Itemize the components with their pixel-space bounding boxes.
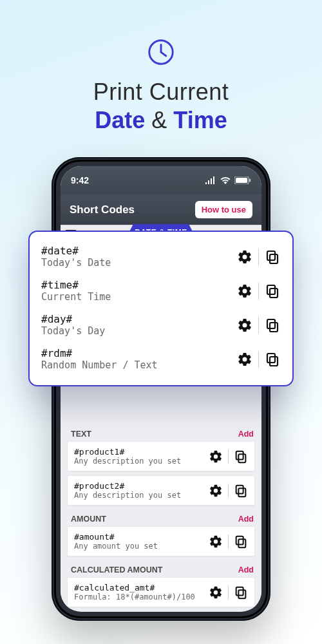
divider	[258, 283, 259, 299]
svg-rect-7	[249, 179, 251, 182]
section-title: TEXT	[71, 430, 91, 439]
section-title: AMOUNT	[71, 515, 106, 524]
list-item[interactable]: #amount# Any amount you set	[67, 526, 255, 556]
copy-icon[interactable]	[234, 585, 248, 600]
shortcode: #date#	[41, 245, 230, 257]
section-title: CALCULATED AMOUNT	[71, 565, 162, 574]
list-item[interactable]: #calculated_amt# Formula: 18*(#amount#)/…	[67, 577, 255, 607]
hero-ampersand: &	[151, 107, 167, 133]
divider	[258, 351, 259, 368]
list-item[interactable]: #product2# Any description you set	[67, 475, 255, 506]
cellular-icon	[205, 176, 216, 184]
shortcode-desc: Any amount you set	[74, 542, 202, 551]
list-item[interactable]: #product1# Any description you set	[67, 441, 255, 471]
svg-rect-6	[236, 178, 247, 183]
gear-icon[interactable]	[236, 351, 253, 368]
shortcode-desc: Any description you set	[74, 457, 202, 466]
hero-line1: Print Current	[0, 79, 322, 106]
status-bar: 9:42	[61, 166, 261, 194]
gear-icon[interactable]	[209, 450, 223, 464]
hero-word-date: Date	[95, 107, 145, 133]
shortcode: #amount#	[74, 532, 202, 542]
gear-icon[interactable]	[209, 535, 223, 549]
shortcode-desc: Random Number / Text	[41, 359, 230, 371]
wifi-icon	[220, 176, 231, 184]
shortcode: #time#	[41, 279, 230, 291]
list-item[interactable]: #date# Today's Date	[31, 240, 291, 274]
shortcode: #product1#	[74, 447, 202, 457]
copy-icon[interactable]	[234, 484, 248, 498]
copy-icon[interactable]	[234, 450, 248, 464]
divider	[258, 249, 259, 265]
gear-icon[interactable]	[209, 484, 223, 498]
how-to-use-button[interactable]: How to use	[195, 201, 252, 218]
divider	[228, 535, 229, 549]
add-text-button[interactable]: Add	[238, 430, 254, 439]
gear-icon[interactable]	[236, 317, 253, 334]
divider	[258, 317, 259, 334]
shortcode-desc: Formula: 18*(#amount#)/100	[74, 592, 202, 601]
copy-icon[interactable]	[264, 249, 281, 265]
section-header-calc: CALCULATED AMOUNT Add	[64, 560, 258, 577]
section-header-amount: AMOUNT Add	[64, 509, 258, 526]
add-calc-button[interactable]: Add	[238, 565, 254, 574]
shortcode-desc: Current Time	[41, 291, 230, 303]
divider	[228, 484, 229, 498]
copy-icon[interactable]	[264, 317, 281, 334]
gear-icon[interactable]	[236, 249, 253, 265]
shortcode: #rdm#	[41, 347, 230, 359]
shortcode: #day#	[41, 313, 230, 325]
divider	[228, 450, 229, 464]
copy-icon[interactable]	[234, 535, 248, 549]
divider	[228, 585, 229, 600]
status-time: 9:42	[71, 175, 89, 185]
hero: Print Current Date & Time	[0, 0, 322, 134]
hero-word-time: Time	[173, 107, 227, 133]
svg-line-4	[161, 52, 166, 56]
shortcode-desc: Any description you set	[74, 491, 202, 500]
section-header-text: TEXT Add	[64, 424, 258, 441]
hero-line2: Date & Time	[0, 107, 322, 134]
gear-icon[interactable]	[209, 585, 223, 600]
list-item[interactable]: #day# Today's Day	[31, 308, 291, 342]
clock-icon	[146, 37, 176, 67]
copy-icon[interactable]	[264, 283, 281, 299]
list-item[interactable]: #time# Current Time	[31, 274, 291, 308]
list-item[interactable]: #rdm# Random Number / Text	[31, 342, 291, 376]
shortcode-desc: Today's Date	[41, 257, 230, 269]
gear-icon[interactable]	[236, 283, 253, 299]
shortcode: #product2#	[74, 481, 202, 491]
overlay-panel: #date# Today's Date #time# Current Time	[28, 231, 294, 386]
battery-icon	[234, 176, 251, 184]
page-title: Short Codes	[70, 204, 135, 216]
shortcode-desc: Today's Day	[41, 325, 230, 337]
add-amount-button[interactable]: Add	[238, 515, 254, 524]
shortcode: #calculated_amt#	[74, 583, 202, 592]
copy-icon[interactable]	[264, 351, 281, 368]
app-bar: Short Codes How to use	[61, 194, 261, 225]
phone-frame: 9:42 Short Codes How to use	[52, 157, 270, 621]
